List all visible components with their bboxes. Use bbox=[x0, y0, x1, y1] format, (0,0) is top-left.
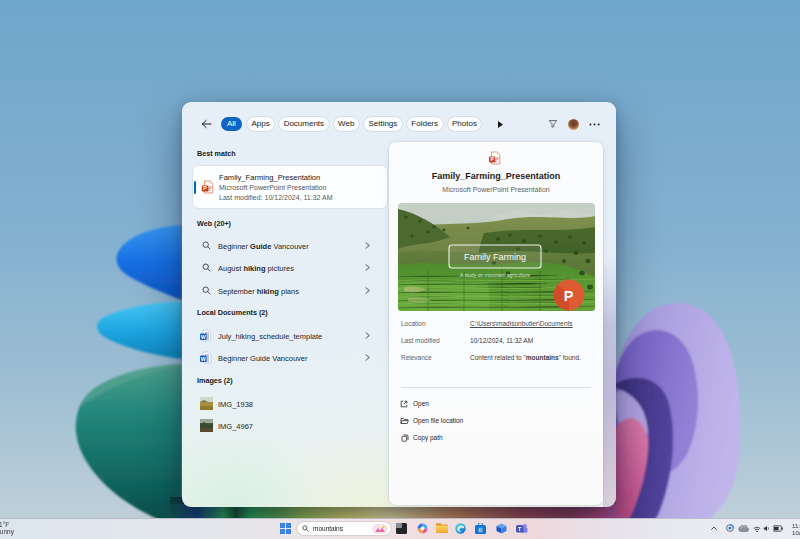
svg-text:P: P bbox=[203, 185, 207, 191]
svg-text:Family Farming: Family Farming bbox=[464, 252, 526, 262]
svg-text:P: P bbox=[564, 288, 574, 304]
svg-text:W: W bbox=[201, 334, 206, 340]
svg-text:A study on mountain agricultur: A study on mountain agriculture bbox=[460, 272, 530, 278]
svg-text:W: W bbox=[201, 356, 206, 362]
